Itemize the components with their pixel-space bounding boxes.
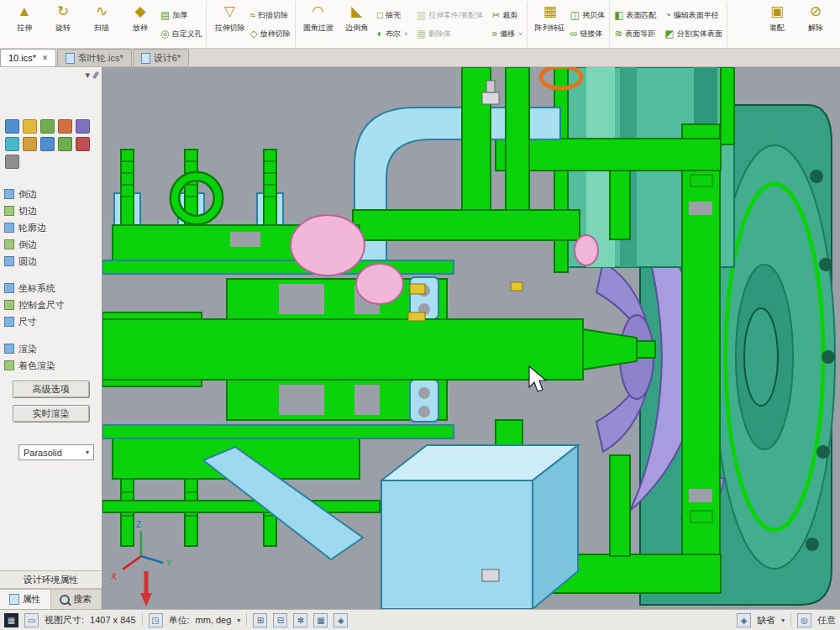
viewport[interactable]: Z Y X	[102, 67, 840, 609]
tree-item[interactable]: 尺寸	[0, 313, 102, 330]
option-icon	[4, 300, 14, 310]
snap-mode-label[interactable]: 任意	[817, 614, 836, 627]
tree-item[interactable]: 渲染	[0, 340, 102, 357]
status-tool-icon[interactable]: ◈	[333, 613, 348, 627]
panel-tool-icon[interactable]	[40, 137, 55, 151]
status-tool-icon[interactable]: ⊞	[253, 613, 267, 627]
extrude-cut-icon: ▽	[224, 2, 235, 22]
panel-bottom-tabs: 属性 搜索	[0, 589, 102, 609]
option-icon	[4, 256, 14, 266]
panel-tool-icon[interactable]	[5, 119, 19, 134]
surface-offset-button[interactable]: ≋ 表面等距	[614, 26, 656, 41]
design-env-properties-button[interactable]: 设计环境属性	[0, 570, 102, 589]
extrude-button[interactable]: ▲ 拉伸	[6, 2, 43, 45]
viewport-canvas[interactable]: Z Y X	[102, 67, 840, 609]
boolean-button[interactable]: ◐ 布尔 ˅	[377, 26, 408, 41]
release-icon: ⊘	[810, 2, 822, 22]
fillet-button[interactable]: ◠ 圆角过渡	[300, 2, 337, 45]
thicken-button[interactable]: ▤ 加厚	[160, 8, 202, 23]
panel-tool-icon[interactable]	[76, 137, 90, 151]
revolve-icon: ↻	[57, 2, 69, 22]
kernel-dropdown[interactable]: Parasolid ▾	[18, 444, 94, 460]
status-tool-icon[interactable]: ⊟	[273, 613, 287, 627]
app-icon[interactable]: ▦	[4, 613, 18, 627]
panel-tool-icon[interactable]	[40, 119, 55, 134]
ribbon-group-modify: ◠ 圆角过渡 ◣ 边倒角 □ 抽壳 ◐ 布尔 ˅ ▥ 拉伸零件/装配体 ▦ 删除…	[296, 2, 528, 47]
tab-properties[interactable]: 属性	[0, 590, 51, 609]
status-tool-icon[interactable]: ✻	[293, 613, 307, 627]
document-tab[interactable]: 10.ics* ×	[0, 49, 56, 66]
thicken-icon: ▤	[160, 10, 170, 20]
shell-button[interactable]: □ 抽壳	[377, 8, 408, 23]
tree-item[interactable]: 倒边	[0, 186, 102, 202]
tree-item[interactable]: 控制盒尺寸	[0, 297, 102, 313]
casing-bore	[689, 489, 712, 502]
panel-tool-icon[interactable]	[58, 119, 72, 134]
properties-icon	[9, 594, 19, 605]
panel-tool-icon[interactable]	[58, 137, 72, 151]
support-foot	[381, 445, 578, 609]
pattern-feature-button[interactable]: ▦ 阵列特征	[532, 2, 569, 45]
unit-value[interactable]: mm, deg	[196, 615, 232, 625]
document-tab[interactable]: 设计6*	[133, 49, 189, 66]
panel-tool-icon[interactable]	[5, 137, 19, 151]
boolean-icon: ◐	[377, 29, 383, 39]
edit-surface-radius-icon: ◔	[665, 10, 671, 20]
panel-toolbar	[0, 116, 101, 172]
chevron-down-icon: ˅	[518, 30, 522, 38]
status-tool-icon[interactable]: ▦	[313, 613, 328, 627]
panel-tool-icon[interactable]	[23, 137, 37, 151]
chevron-down-icon[interactable]: ▾	[237, 617, 240, 624]
sweep-button[interactable]: ∿ 扫描	[83, 2, 120, 45]
panel-tool-icon[interactable]	[5, 155, 19, 169]
loft-cut-button[interactable]: ◇ 放样切除	[249, 26, 290, 41]
tree-item[interactable]: 坐标系统	[0, 280, 102, 297]
trim-button[interactable]: ✂ 裁剪	[492, 8, 522, 23]
copy-body-button[interactable]: ◫ 拷贝体	[570, 8, 605, 23]
pattern-feature-icon: ▦	[543, 2, 557, 22]
realtime-render-button[interactable]: 实时渲染	[13, 405, 90, 423]
options-tree: 倒边 切边 轮廓边 倒边 圆边 坐标系统 控制盒尺寸 尺寸 渲染 着色渲染	[0, 186, 102, 374]
chamfer-icon: ◣	[351, 2, 362, 22]
sweep-cut-button[interactable]: ≈ 扫描切除	[249, 8, 290, 23]
chevron-down-icon[interactable]: ▾	[781, 617, 785, 624]
tree-item[interactable]: 圆边	[0, 253, 102, 270]
custom-hole-button[interactable]: ◎ 自定义孔	[160, 26, 202, 41]
extrude-part-assembly-button[interactable]: ▥ 拉伸零件/装配体	[417, 8, 484, 23]
view-size-value: 1407 x 845	[90, 615, 135, 625]
triad-y-label: Y	[166, 559, 172, 568]
document-tab[interactable]: 泵叶轮.ics*	[57, 49, 132, 66]
tree-item[interactable]: 轮廓边	[0, 219, 102, 236]
link-body-icon: ∞	[570, 29, 578, 39]
tree-item[interactable]: 切边	[0, 202, 102, 219]
chevron-down-icon: ˅	[404, 30, 408, 38]
edit-surface-radius-button[interactable]: ◔ 编辑表面半径	[665, 8, 722, 23]
status-bar: ▦ ▭ 视图尺寸: 1407 x 845 ◳ 单位: mm, deg ▾ ⊞ ⊟…	[0, 609, 840, 630]
delete-body-icon: ▦	[417, 29, 426, 39]
surface-match-button[interactable]: ◧ 表面匹配	[614, 8, 656, 23]
assemble-button[interactable]: ▣ 装配	[759, 2, 795, 45]
close-icon[interactable]: ×	[42, 54, 48, 62]
offset-button[interactable]: » 偏移 ˅	[492, 26, 522, 41]
link-body-button[interactable]: ∞ 链接体	[570, 26, 605, 41]
ribbon-group-surface: ◧ 表面匹配 ≋ 表面等距 ◔ 编辑表面半径 ◩ 分割实体表面	[610, 2, 727, 47]
loft-button[interactable]: ◆ 放样	[122, 2, 159, 45]
panel-tool-icon[interactable]	[23, 119, 37, 134]
collapse-icon[interactable]: ▾	[85, 70, 90, 81]
split-solid-surface-button[interactable]: ◩ 分割实体表面	[665, 26, 722, 41]
document-icon	[66, 53, 75, 64]
panel-tool-icon[interactable]	[76, 119, 90, 134]
extrude-icon: ▲	[18, 2, 32, 22]
extrude-cut-button[interactable]: ▽ 拉伸切除	[211, 2, 248, 45]
revolve-button[interactable]: ↻ 旋转	[45, 2, 81, 45]
tab-search[interactable]: 搜索	[51, 590, 102, 609]
tree-item[interactable]: 倒边	[0, 236, 102, 253]
tree-item[interactable]: 着色渲染	[0, 357, 102, 374]
advanced-options-button[interactable]: 高级选项	[13, 381, 90, 398]
view-size-icon: ▭	[24, 613, 39, 627]
profile-label[interactable]: 缺省	[757, 614, 775, 627]
delete-body-button[interactable]: ▦ 删除体	[417, 26, 484, 41]
chamfer-button[interactable]: ◣ 边倒角	[339, 2, 375, 45]
pin-icon[interactable]	[92, 71, 99, 79]
release-button[interactable]: ⊘ 解除	[797, 2, 834, 45]
